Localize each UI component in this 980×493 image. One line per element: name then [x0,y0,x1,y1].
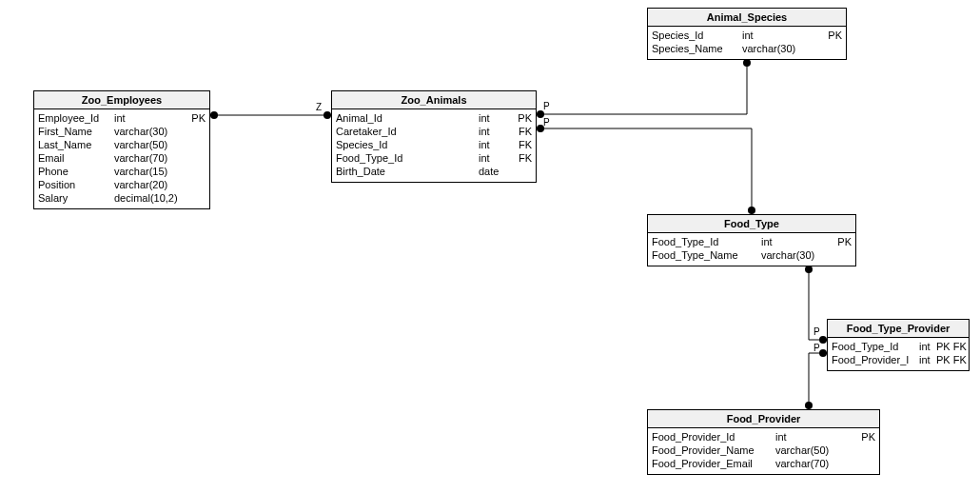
column-name: Salary [38,191,114,205]
column-row: Caretaker_IdintFK [336,125,532,138]
relationship-endpoint-icon [819,336,827,344]
cardinality-label: Z [316,102,322,112]
column-type: varchar(70) [775,457,852,470]
column-type: int [919,353,936,366]
column-name: Species_Id [336,138,479,151]
column-row: Last_Namevarchar(50) [38,138,206,151]
column-row: Species_IdintFK [336,138,532,151]
entity-title: Animal_Species [648,9,846,27]
column-key: PK [828,29,842,42]
column-type: int [479,125,511,138]
column-row: Food_Provider_Namevarchar(50) [652,444,875,457]
column-key: PK FK [936,353,967,366]
column-name: Food_Type_Id [832,340,919,353]
relationship-endpoint-icon [748,207,755,214]
column-name: First_Name [38,125,114,138]
column-row: Species_IdintPK [652,29,842,42]
column-row: Birth_Datedate [336,165,532,178]
relationship-endpoint-icon [805,266,813,273]
column-row: Emailvarchar(70) [38,151,206,165]
column-name: Species_Name [652,42,742,55]
column-type: int [742,29,818,42]
column-type: varchar(30) [114,125,190,138]
column-type: int [479,151,511,165]
column-name: Food_Provider_Id [652,430,775,444]
relationship-endpoint-icon [323,111,331,119]
relationship-line [537,128,752,214]
relationship-endpoint-icon [805,402,813,409]
entity-columns: Species_IdintPKSpecies_Namevarchar(30) [648,27,846,59]
column-name: Species_Id [652,29,742,42]
column-row: Food_Type_IdintPK FK [832,340,965,353]
column-type: varchar(50) [775,444,852,457]
column-name: Food_Type_Name [652,248,761,262]
column-name: Food_Provider_Email [652,457,775,470]
column-name: Birth_Date [336,165,479,178]
entity-food-type[interactable]: Food_Type Food_Type_IdintPKFood_Type_Nam… [647,214,856,266]
cardinality-label: P [543,101,550,111]
column-name: Last_Name [38,138,114,151]
entity-columns: Food_Provider_IdintPKFood_Provider_Namev… [648,428,879,474]
column-type: int [479,138,511,151]
entity-columns: Animal_IdintPKCaretaker_IdintFKSpecies_I… [332,109,536,182]
cardinality-label: P [543,117,550,128]
column-type: int [775,430,852,444]
column-type: varchar(20) [114,178,190,191]
column-type: int [761,235,833,248]
column-row: First_Namevarchar(30) [38,125,206,138]
column-row: Animal_IdintPK [336,111,532,125]
entity-title: Zoo_Employees [34,91,209,109]
column-row: Positionvarchar(20) [38,178,206,191]
relationship-endpoint-icon [537,110,544,118]
column-name: Caretaker_Id [336,125,479,138]
column-type: int [114,111,190,125]
entity-title: Zoo_Animals [332,91,536,109]
entity-zoo-employees[interactable]: Zoo_Employees Employee_IdintPKFirst_Name… [33,90,210,209]
column-row: Food_Provider_IintPK FK [832,353,965,366]
column-name: Food_Provider_Name [652,444,775,457]
column-type: varchar(30) [742,42,818,55]
column-type: date [479,165,511,178]
entity-title: Food_Type_Provider [828,320,969,338]
relationship-endpoint-icon [819,349,827,357]
column-name: Food_Provider_I [832,353,919,366]
column-type: varchar(70) [114,151,190,165]
entity-title: Food_Type [648,215,855,233]
cardinality-label: P [813,326,820,337]
column-row: Food_Type_IdintFK [336,151,532,165]
column-key: PK [191,111,206,125]
column-name: Email [38,151,114,165]
column-key: FK [519,138,532,151]
column-name: Phone [38,165,114,178]
entity-title: Food_Provider [648,410,879,428]
column-row: Food_Provider_IdintPK [652,430,875,444]
relationship-endpoint-icon [743,59,751,67]
column-row: Employee_IdintPK [38,111,206,125]
column-type: int [919,340,936,353]
column-key: FK [519,125,532,138]
cardinality-label: P [813,343,820,353]
column-key: PK [837,235,852,248]
relationship-line [809,353,827,409]
column-row: Salarydecimal(10,2) [38,191,206,205]
column-type: varchar(15) [114,165,190,178]
entity-food-type-provider[interactable]: Food_Type_Provider Food_Type_IdintPK FKF… [827,319,970,371]
column-row: Food_Provider_Emailvarchar(70) [652,457,875,470]
column-row: Food_Type_Namevarchar(30) [652,248,852,262]
entity-zoo-animals[interactable]: Zoo_Animals Animal_IdintPKCaretaker_Idin… [331,90,537,183]
column-key: PK [861,430,875,444]
column-row: Phonevarchar(15) [38,165,206,178]
relationship-line [809,266,827,340]
column-name: Food_Type_Id [336,151,479,165]
column-type: int [479,111,511,125]
column-name: Food_Type_Id [652,235,761,248]
column-key: FK [519,151,532,165]
entity-animal-species[interactable]: Animal_Species Species_IdintPKSpecies_Na… [647,8,847,60]
relationship-endpoint-icon [210,111,218,119]
column-type: decimal(10,2) [114,191,190,205]
column-name: Position [38,178,114,191]
column-name: Animal_Id [336,111,479,125]
entity-columns: Food_Type_IdintPKFood_Type_Namevarchar(3… [648,233,855,266]
entity-food-provider[interactable]: Food_Provider Food_Provider_IdintPKFood_… [647,409,880,475]
relationship-endpoint-icon [537,125,544,132]
